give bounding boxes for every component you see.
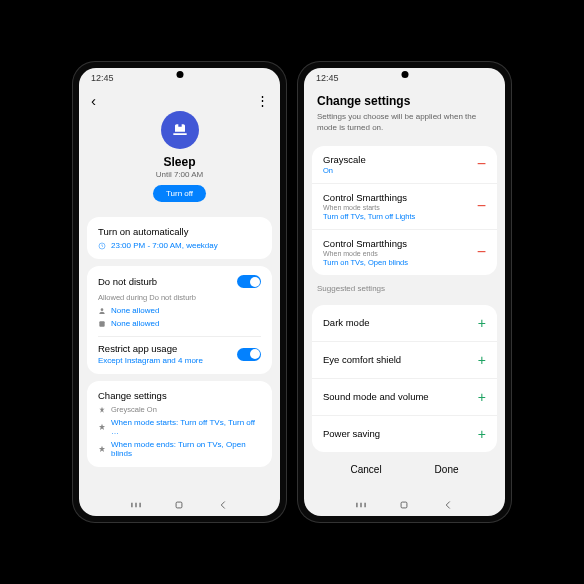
mode-title: Sleep [79,155,280,169]
back-button[interactable]: ‹ [91,92,96,109]
restrict-toggle[interactable] [237,348,261,361]
suggested-settings-list: Dark mode + Eye comfort shield + Sound m… [312,305,497,452]
auto-on-card[interactable]: Turn on automatically 23:00 PM - 7:00 AM… [87,217,272,259]
setting-title: Grayscale [323,154,477,165]
setting-when: When mode starts [323,204,477,211]
screen-left: 12:45 ‹ ⋮ Sleep Until 7:00 AM Turn off T… [79,68,280,516]
clock-icon [98,242,106,250]
star-icon [98,423,106,431]
setting-row[interactable]: Grayscale On − [312,146,497,183]
android-nav-bar [304,494,505,516]
phone-left: 12:45 ‹ ⋮ Sleep Until 7:00 AM Turn off T… [73,62,286,522]
setting-row[interactable]: Control Smartthings When mode starts Tur… [312,183,497,229]
screen-right: 12:45 Change settings Settings you choos… [304,68,505,516]
setting-value: Turn off TVs, Turn off Lights [323,212,477,221]
clock-time: 12:45 [316,73,339,83]
turn-off-button[interactable]: Turn off [153,185,206,202]
setting-title: Power saving [323,428,380,439]
add-icon[interactable]: + [478,427,486,441]
page-description: Settings you choose will be applied when… [317,112,492,134]
dnd-card: Do not disturb Allowed during Do not dis… [87,266,272,374]
remove-icon[interactable]: − [477,156,486,172]
android-nav-bar [79,494,280,516]
suggested-row[interactable]: Sound mode and volume + [312,378,497,415]
camera-cutout [401,71,408,78]
sleep-mode-icon [161,111,199,149]
svg-rect-3 [177,502,183,508]
setting-title: Control Smartthings [323,238,477,249]
setting-title: Sound mode and volume [323,391,429,402]
remove-icon[interactable]: − [477,244,486,260]
back-nav-button[interactable] [441,498,455,512]
camera-cutout [176,71,183,78]
svg-point-1 [101,308,104,311]
change-line2: When mode starts: Turn off TVs, Turn off… [111,418,261,436]
recents-button[interactable] [129,498,143,512]
schedule-text: 23:00 PM - 7:00 AM, weekday [111,241,218,250]
page-title: Change settings [317,94,492,108]
recents-button[interactable] [354,498,368,512]
add-icon[interactable]: + [478,316,486,330]
change-settings-title: Change settings [98,390,261,401]
auto-on-title: Turn on automatically [98,226,261,237]
divider [98,336,261,337]
suggested-label: Suggested settings [304,275,505,295]
mode-subtitle: Until 7:00 AM [79,170,280,179]
cancel-button[interactable]: Cancel [350,464,381,475]
dnd-apps[interactable]: None allowed [111,319,159,328]
setting-value: On [323,166,477,175]
svg-rect-4 [402,502,408,508]
change-settings-card[interactable]: Change settings Greyscale On When mode s… [87,381,272,467]
change-line3: When mode ends: Turn on TVs, Open blinds [111,440,261,458]
done-button[interactable]: Done [435,464,459,475]
restrict-title[interactable]: Restrict app usage [98,343,203,354]
restrict-detail[interactable]: Except Instagram and 4 more [98,356,203,365]
pin-icon [98,406,106,414]
person-icon [98,307,106,315]
setting-row[interactable]: Control Smartthings When mode ends Turn … [312,229,497,275]
setting-title: Control Smartthings [323,192,477,203]
home-button[interactable] [172,498,186,512]
setting-title: Dark mode [323,317,369,328]
change-line1: Greyscale On [111,405,157,414]
setting-title: Eye comfort shield [323,354,401,365]
setting-when: When mode ends [323,250,477,257]
suggested-row[interactable]: Eye comfort shield + [312,341,497,378]
home-button[interactable] [397,498,411,512]
add-icon[interactable]: + [478,353,486,367]
dnd-people[interactable]: None allowed [111,306,159,315]
suggested-row[interactable]: Power saving + [312,415,497,452]
remove-icon[interactable]: − [477,198,486,214]
setting-value: Turn on TVs, Open blinds [323,258,477,267]
phone-right: 12:45 Change settings Settings you choos… [298,62,511,522]
more-options-icon[interactable]: ⋮ [256,98,268,104]
svg-rect-2 [99,321,104,326]
dnd-allowed-label: Allowed during Do not disturb [98,293,261,302]
clock-time: 12:45 [91,73,114,83]
add-icon[interactable]: + [478,390,486,404]
suggested-row[interactable]: Dark mode + [312,305,497,341]
dnd-title[interactable]: Do not disturb [98,276,157,287]
star-icon [98,445,106,453]
back-nav-button[interactable] [216,498,230,512]
app-icon [98,320,106,328]
active-settings-list: Grayscale On − Control Smartthings When … [312,146,497,275]
dnd-toggle[interactable] [237,275,261,288]
